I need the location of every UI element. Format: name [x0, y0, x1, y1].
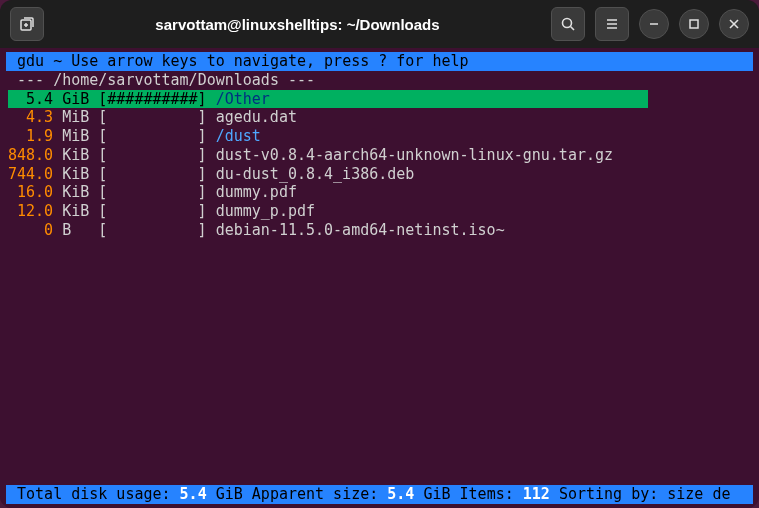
- close-button[interactable]: [719, 9, 749, 39]
- file-name: /Other: [216, 90, 270, 109]
- file-size: 1.9: [8, 127, 53, 146]
- gdu-footer: Total disk usage: 5.4 GiB Apparent size:…: [6, 485, 753, 504]
- size-unit: MiB: [62, 108, 98, 127]
- size-unit: KiB: [62, 165, 98, 184]
- file-size: 16.0: [8, 183, 53, 202]
- size-unit: KiB: [62, 146, 98, 165]
- file-size: 848.0: [8, 146, 53, 165]
- titlebar: sarvottam@linuxshelltips: ~/Downloads: [0, 0, 759, 48]
- list-item[interactable]: 744.0 KiB[ ] du-dust_0.8.4_i386.deb: [8, 165, 751, 184]
- file-size: 0: [8, 221, 53, 240]
- file-name: agedu.dat: [216, 108, 297, 127]
- usage-bar: [ ]: [98, 108, 206, 127]
- file-size: 5.4: [8, 90, 53, 109]
- list-item[interactable]: 848.0 KiB[ ] dust-v0.8.4-aarch64-unknown…: [8, 146, 751, 165]
- maximize-button[interactable]: [679, 9, 709, 39]
- size-unit: KiB: [62, 183, 98, 202]
- file-name: du-dust_0.8.4_i386.deb: [216, 165, 415, 184]
- list-item[interactable]: 12.0 KiB[ ] dummy_p.pdf: [8, 202, 751, 221]
- list-item[interactable]: 1.9 MiB[ ] /dust: [8, 127, 751, 146]
- menu-button[interactable]: [595, 7, 629, 41]
- new-tab-button[interactable]: [10, 7, 44, 41]
- size-unit: KiB: [62, 202, 98, 221]
- list-item[interactable]: 0 B [ ] debian-11.5.0-amd64-netinst.iso~: [8, 221, 751, 240]
- file-name: dummy_p.pdf: [216, 202, 315, 221]
- minimize-button[interactable]: [639, 9, 669, 39]
- file-size: 12.0: [8, 202, 53, 221]
- svg-point-1: [563, 19, 572, 28]
- usage-bar: [ ]: [98, 202, 206, 221]
- window-title: sarvottam@linuxshelltips: ~/Downloads: [52, 16, 543, 33]
- usage-bar: [##########]: [98, 90, 206, 109]
- list-item[interactable]: 5.4 GiB[##########] /Other: [8, 90, 648, 109]
- usage-bar: [ ]: [98, 146, 206, 165]
- file-name: /dust: [216, 127, 261, 146]
- file-name: dummy.pdf: [216, 183, 297, 202]
- terminal-window: sarvottam@linuxshelltips: ~/Downloads: [0, 0, 759, 508]
- usage-bar: [ ]: [98, 221, 206, 240]
- list-item[interactable]: 4.3 MiB[ ] agedu.dat: [8, 108, 751, 127]
- svg-rect-7: [690, 20, 698, 28]
- size-unit: GiB: [62, 90, 98, 109]
- size-unit: B: [62, 221, 98, 240]
- size-unit: MiB: [62, 127, 98, 146]
- gdu-breadcrumb: --- /home/sarvottam/Downloads ---: [6, 71, 753, 90]
- svg-line-2: [571, 27, 575, 31]
- file-size: 4.3: [8, 108, 53, 127]
- search-button[interactable]: [551, 7, 585, 41]
- usage-bar: [ ]: [98, 165, 206, 184]
- file-name: dust-v0.8.4-aarch64-unknown-linux-gnu.ta…: [216, 146, 613, 165]
- gdu-file-list[interactable]: 5.4 GiB[##########] /Other4.3 MiB[ ] age…: [6, 90, 753, 486]
- list-item[interactable]: 16.0 KiB[ ] dummy.pdf: [8, 183, 751, 202]
- usage-bar: [ ]: [98, 127, 206, 146]
- file-size: 744.0: [8, 165, 53, 184]
- usage-bar: [ ]: [98, 183, 206, 202]
- file-name: debian-11.5.0-amd64-netinst.iso~: [216, 221, 505, 240]
- terminal-content[interactable]: gdu ~ Use arrow keys to navigate, press …: [0, 48, 759, 508]
- gdu-header: gdu ~ Use arrow keys to navigate, press …: [6, 52, 753, 71]
